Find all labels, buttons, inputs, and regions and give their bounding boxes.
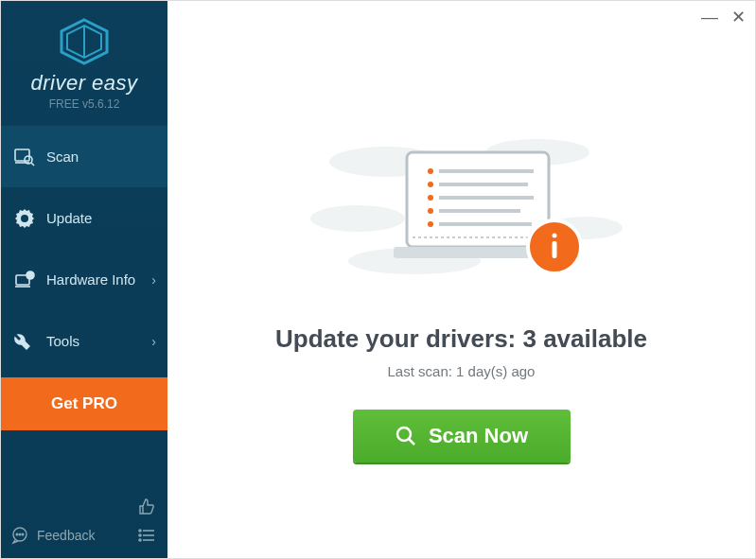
main-panel: — ✕ Update your drivers: (167, 1, 755, 558)
sidebar-bottom: Feedback (1, 490, 167, 558)
svg-point-13 (16, 533, 18, 535)
sidebar-item-tools[interactable]: Tools › (1, 310, 167, 372)
sidebar-item-label: Tools (46, 333, 79, 349)
scan-now-label: Scan Now (429, 424, 528, 448)
brand-name: driver easy (1, 71, 167, 96)
svg-point-7 (21, 215, 28, 222)
gear-icon (14, 208, 35, 229)
last-scan-text: Last scan: 1 day(s) ago (388, 363, 536, 379)
hardware-icon: i (14, 270, 35, 290)
scan-icon (14, 147, 35, 167)
svg-point-18 (139, 534, 141, 536)
svg-line-6 (31, 163, 34, 166)
headline-text: Update your drivers: 3 available (275, 324, 647, 354)
sidebar-item-update[interactable]: Update (1, 187, 167, 249)
speech-bubble-icon (10, 526, 29, 545)
sidebar-item-hardware-info[interactable]: i Hardware Info › (1, 249, 167, 310)
thumbs-up-button[interactable] (135, 496, 158, 518)
feedback-button[interactable]: Feedback (10, 526, 95, 545)
main-content: Update your drivers: 3 available Last sc… (167, 1, 755, 558)
brand-version: FREE v5.6.12 (1, 97, 167, 111)
svg-point-29 (428, 168, 433, 174)
tools-icon (14, 331, 35, 352)
svg-point-24 (310, 205, 405, 232)
sidebar-item-scan[interactable]: Scan (1, 126, 167, 187)
menu-list-button[interactable] (135, 524, 158, 547)
sidebar-item-label: Scan (46, 148, 79, 165)
svg-rect-41 (552, 241, 556, 258)
brand-block: driver easy FREE v5.6.12 (1, 1, 167, 122)
svg-point-37 (428, 221, 433, 227)
svg-point-16 (139, 530, 141, 532)
chevron-right-icon: › (151, 272, 156, 288)
svg-point-15 (22, 533, 24, 535)
search-icon (395, 425, 417, 447)
scan-illustration (301, 124, 623, 307)
minimize-button[interactable]: — (701, 9, 718, 26)
svg-point-35 (428, 208, 433, 214)
svg-point-14 (19, 533, 21, 535)
chevron-right-icon: › (151, 334, 156, 349)
svg-point-40 (552, 233, 556, 237)
thumbs-up-icon (137, 498, 156, 516)
sidebar-menu: Scan Update i Hardware Info › (1, 126, 167, 430)
svg-point-20 (139, 539, 141, 541)
feedback-label: Feedback (37, 528, 95, 543)
svg-point-42 (397, 428, 411, 441)
get-pro-button[interactable]: Get PRO (1, 377, 167, 430)
svg-point-31 (428, 182, 433, 187)
sidebar: driver easy FREE v5.6.12 Scan Update (1, 1, 167, 558)
brand-logo-icon (58, 18, 111, 65)
svg-text:i: i (29, 272, 30, 278)
scan-now-button[interactable]: Scan Now (353, 410, 571, 463)
get-pro-label: Get PRO (51, 394, 117, 413)
sidebar-item-label: Update (46, 210, 92, 226)
svg-point-33 (428, 195, 433, 201)
list-icon (137, 526, 156, 545)
svg-line-43 (409, 439, 414, 445)
window-controls: — ✕ (701, 9, 746, 26)
svg-rect-3 (15, 149, 29, 161)
sidebar-item-label: Hardware Info (46, 271, 135, 288)
close-button[interactable]: ✕ (731, 9, 746, 26)
